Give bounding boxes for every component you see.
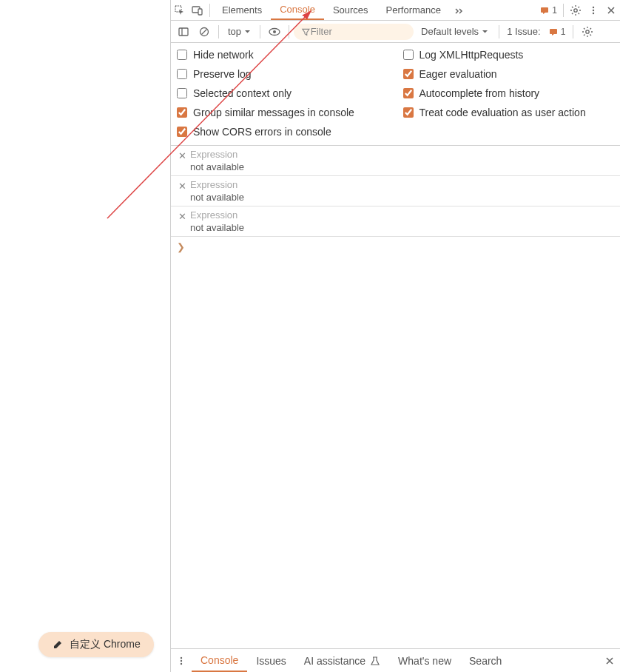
message-icon (539, 5, 550, 16)
svg-point-17 (181, 659, 182, 661)
prompt-chevron-icon: ❯ (177, 241, 185, 252)
filter-input[interactable] (311, 26, 406, 37)
issues-label: 1 Issue: (504, 26, 544, 37)
flask-icon (370, 656, 380, 666)
filter-icon (301, 27, 311, 37)
chevron-down-icon (482, 28, 488, 35)
console-prompt[interactable]: ❯ (171, 237, 620, 257)
live-expression-row: ✕ Expression not available (171, 146, 620, 176)
divider (209, 4, 210, 17)
checkbox-treat-code-eval[interactable]: Treat code evaluation as user action (403, 107, 615, 118)
kebab-menu-icon[interactable] (584, 0, 602, 21)
checkbox-hide-network[interactable]: Hide network (177, 49, 388, 61)
checkbox-show-cors[interactable]: Show CORS errors in console (177, 126, 388, 138)
svg-rect-8 (179, 28, 188, 36)
divider (563, 4, 564, 17)
messages-count: 1 (552, 5, 557, 16)
console-toolbar: top Default levels 1 Issue: 1 (171, 21, 620, 43)
remove-expression-icon[interactable]: ✕ (175, 209, 189, 222)
devtools-top-tabs: Elements Console Sources Performance 1 (171, 0, 620, 21)
drawer-tabs: Console Issues AI assistance What's new … (171, 648, 620, 672)
svg-rect-14 (550, 29, 557, 34)
expression-placeholder[interactable]: Expression (190, 179, 244, 190)
checkbox-group-similar[interactable]: Group similar messages in console (177, 107, 388, 118)
devtools-panel: Elements Console Sources Performance 1 (170, 0, 620, 672)
drawer-tab-console[interactable]: Console (192, 649, 247, 672)
divider (499, 25, 499, 38)
tab-elements[interactable]: Elements (213, 0, 271, 20)
pencil-icon (52, 639, 64, 651)
drawer-tab-whatsnew[interactable]: What's new (389, 649, 460, 672)
checkbox-preserve-log[interactable]: Preserve log (177, 68, 388, 80)
settings-gear-icon[interactable] (567, 0, 584, 21)
remove-expression-icon[interactable]: ✕ (175, 179, 189, 192)
svg-point-15 (586, 30, 589, 33)
close-devtools-icon[interactable] (602, 0, 620, 21)
drawer-tab-issues[interactable]: Issues (247, 649, 294, 672)
checkbox-log-xhr[interactable]: Log XMLHttpRequests (403, 49, 615, 61)
checkbox-eager-eval[interactable]: Eager evaluation (403, 68, 615, 80)
message-icon (548, 27, 559, 37)
svg-line-11 (202, 29, 207, 34)
toggle-sidebar-icon[interactable] (174, 22, 193, 41)
customize-label: 自定义 Chrome (70, 638, 141, 651)
drawer-tab-search[interactable]: Search (460, 649, 511, 672)
levels-label: Default levels (421, 26, 479, 37)
console-body[interactable] (171, 257, 620, 648)
console-settings-panel: Hide network Log XMLHttpRequests Preserv… (171, 43, 620, 146)
tab-sources[interactable]: Sources (324, 0, 377, 20)
filter-input-wrapper[interactable] (294, 24, 414, 40)
log-levels-selector[interactable]: Default levels (415, 26, 494, 37)
clear-console-icon[interactable] (195, 22, 214, 41)
tab-performance[interactable]: Performance (377, 0, 450, 20)
svg-point-4 (574, 8, 577, 11)
customize-chrome-button[interactable]: 自定义 Chrome (38, 632, 154, 657)
close-drawer-icon[interactable] (599, 656, 620, 666)
svg-point-5 (593, 6, 594, 7)
more-tabs-chevron-icon[interactable] (450, 0, 468, 21)
svg-point-16 (181, 656, 182, 658)
expression-placeholder[interactable]: Expression (190, 149, 244, 160)
issues-count: 1 (561, 27, 566, 37)
drawer-kebab-icon[interactable] (171, 656, 192, 666)
svg-point-6 (593, 9, 594, 10)
divider (573, 25, 573, 38)
divider (260, 25, 260, 38)
live-expression-icon[interactable] (265, 22, 284, 41)
svg-rect-3 (541, 7, 548, 13)
expression-value: not available (190, 190, 244, 203)
remove-expression-icon[interactable]: ✕ (175, 149, 189, 161)
expression-value: not available (190, 221, 244, 233)
svg-point-7 (593, 12, 594, 13)
checkbox-selected-context[interactable]: Selected context only (177, 87, 388, 99)
device-toggle-icon[interactable] (189, 0, 206, 21)
inspect-element-icon[interactable] (171, 0, 189, 21)
svg-point-18 (181, 662, 182, 664)
context-label: top (228, 26, 241, 37)
issues-badge[interactable]: 1 (545, 27, 569, 37)
tab-console[interactable]: Console (271, 0, 324, 20)
messages-badge[interactable]: 1 (536, 5, 560, 16)
divider (289, 25, 289, 38)
live-expression-row: ✕ Expression not available (171, 206, 620, 237)
live-expression-row: ✕ Expression not available (171, 176, 620, 206)
svg-rect-2 (198, 9, 202, 15)
expression-placeholder[interactable]: Expression (190, 209, 244, 221)
console-settings-gear-icon[interactable] (578, 22, 597, 41)
chevron-down-icon (244, 28, 251, 35)
context-selector[interactable]: top (223, 26, 255, 37)
svg-point-13 (273, 30, 276, 33)
expression-value: not available (190, 160, 244, 172)
checkbox-autocomplete[interactable]: Autocomplete from history (403, 87, 615, 99)
drawer-tab-ai[interactable]: AI assistance (295, 649, 389, 672)
divider (218, 25, 219, 38)
